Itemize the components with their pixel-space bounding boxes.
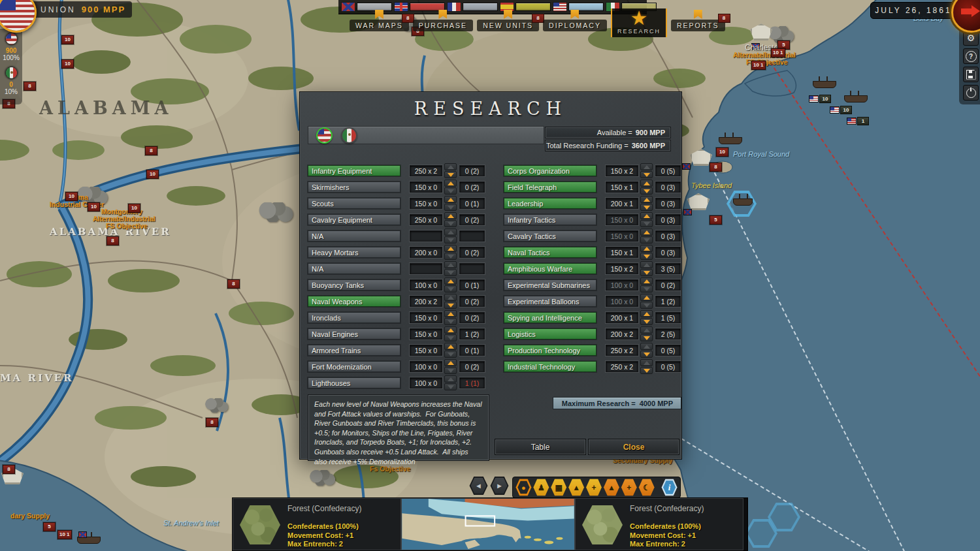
entrench-icon[interactable]: ▲ <box>603 479 619 496</box>
table-button[interactable]: Table <box>495 439 586 455</box>
ship[interactable] <box>719 137 742 144</box>
decrease-investment-button[interactable] <box>444 187 457 195</box>
decrease-investment-button[interactable] <box>444 285 457 292</box>
research-item-label[interactable]: Fort Modernization <box>308 361 400 372</box>
decrease-investment-button[interactable] <box>444 269 457 276</box>
research-item-label[interactable]: Cavalry Equipment <box>308 214 400 225</box>
union-ship[interactable] <box>813 81 836 88</box>
headquarters-icon[interactable]: ▦ <box>551 479 567 496</box>
increase-investment-button[interactable] <box>640 212 653 219</box>
increase-investment-button[interactable] <box>640 196 653 203</box>
increase-investment-button[interactable] <box>444 375 457 383</box>
research-item-label[interactable]: Infantry Equipment <box>308 165 400 176</box>
decrease-investment-button[interactable] <box>640 220 653 227</box>
increase-investment-button[interactable] <box>640 294 653 301</box>
decrease-investment-button[interactable] <box>640 367 653 374</box>
help-button[interactable]: ? <box>963 48 979 64</box>
decrease-investment-button[interactable] <box>444 253 457 260</box>
research-item-label[interactable]: Leadership <box>504 198 596 209</box>
decrease-investment-button[interactable] <box>444 351 457 358</box>
decrease-investment-button[interactable] <box>640 253 653 260</box>
ship-tybee[interactable] <box>733 198 753 206</box>
research-item-label[interactable]: Experimental Balloons <box>504 296 596 307</box>
research-item-label[interactable]: Corps Organization <box>504 165 596 176</box>
research-item-label[interactable]: Armored Trains <box>308 345 400 356</box>
increase-investment-button[interactable] <box>444 326 457 334</box>
unit-mode-icon[interactable]: ♟ <box>533 479 549 496</box>
decrease-investment-button[interactable] <box>444 383 457 390</box>
research-item-label[interactable]: Experimental Submarines <box>504 279 596 291</box>
medic-icon[interactable]: + <box>621 479 637 496</box>
increase-investment-button[interactable] <box>444 245 457 252</box>
upgrade-icon[interactable]: ▲ <box>568 479 585 496</box>
decrease-investment-button[interactable] <box>640 236 653 244</box>
increase-investment-button[interactable] <box>640 163 653 170</box>
decrease-investment-button[interactable] <box>640 334 653 341</box>
town[interactable] <box>205 398 229 413</box>
menu-new-units[interactable]: ★ New Units 8 <box>477 10 539 31</box>
research-item-label[interactable]: Logistics <box>504 328 596 339</box>
decrease-investment-button[interactable] <box>444 334 457 341</box>
decrease-investment-button[interactable] <box>444 318 457 325</box>
decrease-investment-button[interactable] <box>640 285 653 292</box>
next-unit-button[interactable]: ► <box>490 476 509 496</box>
research-item-label[interactable]: Ironclads <box>308 312 400 323</box>
research-item-label[interactable]: Buoyancy Tanks <box>308 279 400 291</box>
supply-hex-icon[interactable]: ● <box>515 479 532 496</box>
research-item-label[interactable]: Lighthouses <box>308 377 400 388</box>
decrease-investment-button[interactable] <box>640 187 653 195</box>
decrease-investment-button[interactable] <box>640 204 653 211</box>
research-item-label[interactable]: Skirmishers <box>308 181 400 193</box>
increase-investment-button[interactable] <box>444 294 457 301</box>
increase-investment-button[interactable] <box>444 180 457 187</box>
increase-investment-button[interactable] <box>640 359 653 366</box>
increase-investment-button[interactable] <box>640 228 653 236</box>
increase-investment-button[interactable] <box>444 343 457 350</box>
increase-investment-button[interactable] <box>444 310 457 317</box>
research-item-label[interactable]: Production Technology <box>504 345 596 356</box>
decrease-investment-button[interactable] <box>640 269 653 276</box>
flag-icon[interactable] <box>5 33 18 45</box>
decrease-investment-button[interactable] <box>444 236 457 244</box>
research-item-label[interactable]: Naval Weapons <box>308 296 400 307</box>
increase-investment-button[interactable] <box>444 212 457 219</box>
decrease-investment-button[interactable] <box>444 171 457 178</box>
union-ship[interactable] <box>844 95 868 102</box>
research-item-label[interactable]: N/A <box>308 263 400 274</box>
save-button[interactable] <box>963 67 979 82</box>
menu-diplomacy[interactable]: ★ Diplomacy <box>543 10 607 31</box>
town[interactable] <box>310 470 336 486</box>
research-item-label[interactable]: N/A <box>308 230 400 242</box>
research-item-label[interactable]: Naval Engines <box>308 328 400 339</box>
decrease-investment-button[interactable] <box>640 351 653 358</box>
increase-investment-button[interactable] <box>444 261 457 268</box>
increase-investment-button[interactable] <box>640 326 653 334</box>
night-mode-icon[interactable]: ☾ <box>638 479 655 496</box>
decrease-investment-button[interactable] <box>640 302 653 309</box>
increase-investment-button[interactable] <box>444 277 457 285</box>
research-item-label[interactable]: Cavalry Tactics <box>504 230 596 242</box>
town-montgomery[interactable] <box>259 202 294 222</box>
decrease-investment-button[interactable] <box>640 171 653 178</box>
increase-investment-button[interactable] <box>640 261 653 268</box>
decrease-investment-button[interactable] <box>444 302 457 309</box>
increase-investment-button[interactable] <box>640 245 653 252</box>
research-item-label[interactable]: Naval Tactics <box>504 247 596 258</box>
research-item-label[interactable]: Infantry Tactics <box>504 214 596 225</box>
menu-war-maps[interactable]: ★ War Maps 8 <box>350 10 409 31</box>
increase-investment-button[interactable] <box>444 228 457 236</box>
close-button[interactable]: Close <box>588 439 679 455</box>
menu-purchase[interactable]: ★ Purchase <box>413 10 473 31</box>
decrease-investment-button[interactable] <box>444 367 457 374</box>
research-item-label[interactable]: Scouts <box>308 198 400 209</box>
increase-investment-button[interactable] <box>444 196 457 203</box>
flag-icon[interactable] <box>5 67 18 79</box>
research-item-label[interactable]: Industrial Technology <box>504 361 596 372</box>
info-icon[interactable]: i <box>661 479 678 496</box>
research-item-label[interactable]: Spying and Intelligence <box>504 312 596 323</box>
decrease-investment-button[interactable] <box>640 318 653 325</box>
reinforce-icon[interactable]: + <box>586 479 602 496</box>
increase-investment-button[interactable] <box>640 343 653 350</box>
decrease-investment-button[interactable] <box>444 220 457 227</box>
increase-investment-button[interactable] <box>640 277 653 285</box>
